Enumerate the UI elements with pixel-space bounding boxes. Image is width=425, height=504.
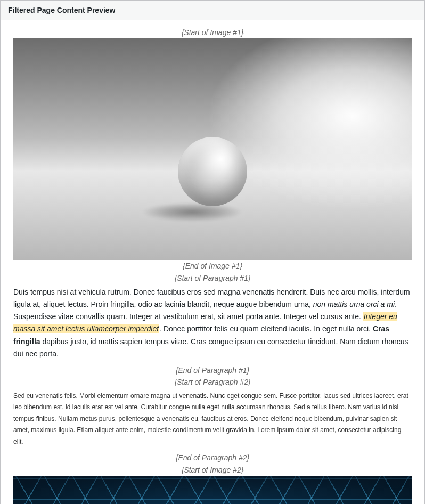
preview-image-1: [13, 38, 412, 260]
preview-paragraph-1: Duis tempus nisi at vehicula rutrum. Don…: [13, 286, 412, 360]
sphere-object: [178, 137, 247, 206]
marker-paragraph-2-end: {End of Paragraph #2}: [13, 452, 412, 464]
p1-text-c: . Donec porttitor felis eu quam eleifend…: [159, 324, 373, 333]
panel-header: Filtered Page Content Preview: [1, 1, 424, 20]
preview-paragraph-2: Sed eu venenatis felis. Morbi elementum …: [13, 391, 412, 448]
marker-image-1-start: {Start of Image #1}: [13, 27, 412, 38]
marker-paragraph-2-start: {Start of Paragraph #2}: [13, 376, 412, 388]
sphere-shadow: [142, 202, 243, 222]
marker-image-2-start: {Start of Image #2}: [13, 464, 412, 476]
hexagon-render-image: [13, 476, 412, 504]
panel-body: {Start of Image #1} {End of Image #1} {S…: [1, 20, 424, 504]
p1-italic-a: non mattis urna orci a mi: [313, 300, 395, 308]
sphere-render-image: [13, 38, 412, 260]
marker-paragraph-1-start: {Start of Paragraph #1}: [13, 272, 412, 284]
marker-image-1-end: {End of Image #1}: [13, 260, 412, 272]
p1-text-d: dapibus justo, id mattis sapien tempus v…: [13, 337, 408, 358]
panel-title: Filtered Page Content Preview: [8, 6, 417, 14]
content-preview-panel: Filtered Page Content Preview {Start of …: [0, 0, 425, 504]
marker-paragraph-1-end: {End of Paragraph #1}: [13, 364, 412, 376]
preview-image-2: [13, 476, 412, 504]
